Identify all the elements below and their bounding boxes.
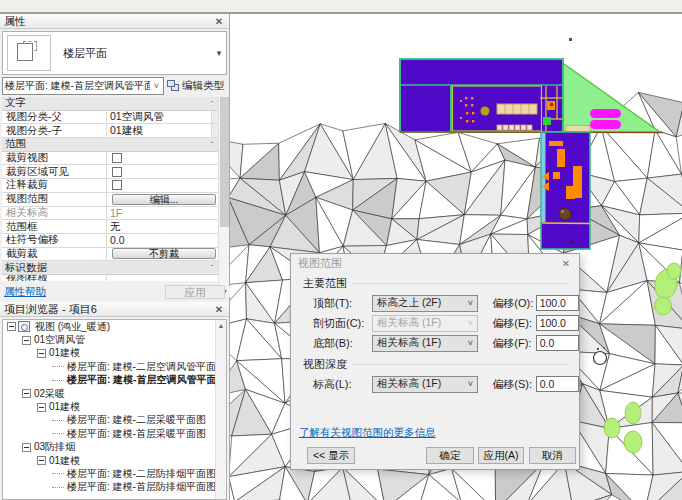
apply-button[interactable]: 应用(A) bbox=[478, 447, 524, 464]
property-row[interactable]: 相关标高1F bbox=[2, 207, 218, 221]
collapse-icon[interactable]: ˆ bbox=[206, 99, 218, 108]
property-label: 视图分类-父 bbox=[2, 111, 107, 124]
tree-guide bbox=[52, 473, 64, 474]
properties-header[interactable]: 属性 ✕ bbox=[0, 14, 229, 29]
edit-type-label: 编辑类型 bbox=[182, 79, 224, 93]
dialog-titlebar[interactable]: 视图范围 ✕ bbox=[291, 254, 579, 272]
apply-button[interactable]: 应用 bbox=[165, 285, 225, 299]
tree-item[interactable]: 楼层平面: 建模-首层防排烟平面图 bbox=[3, 481, 226, 494]
dialog-row: 底部(B):相关标高 (1F)˅偏移(F):0.0 bbox=[291, 333, 579, 353]
combo-arrow-icon: ˅ bbox=[463, 338, 477, 348]
tree-item[interactable]: 01建模 bbox=[3, 454, 226, 467]
row-label: 标高(L): bbox=[313, 377, 372, 392]
property-row[interactable]: 视图范围编辑... bbox=[2, 193, 218, 207]
tree-item[interactable]: 01空调风管 bbox=[3, 333, 226, 346]
property-grid: 文字ˆ视图分类-父01空调风管视图分类-子01建模范围ˆ裁剪视图裁剪区域可见注释… bbox=[2, 97, 218, 281]
ribbon-strip bbox=[0, 0, 682, 14]
offset-input[interactable]: 0.0 bbox=[536, 335, 579, 351]
property-value[interactable]: 不剪裁 bbox=[107, 248, 218, 261]
ok-button[interactable]: 确定 bbox=[426, 447, 474, 464]
property-label: 相关标高 bbox=[2, 207, 107, 220]
value-side-button[interactable] bbox=[211, 111, 218, 124]
checkbox[interactable] bbox=[112, 180, 122, 190]
checkbox[interactable] bbox=[112, 167, 122, 177]
properties-scrollbar[interactable]: ▼ bbox=[218, 97, 229, 297]
tree-item[interactable]: 楼层平面: 建模-二层采暖平面图 bbox=[3, 414, 226, 427]
collapse-icon[interactable]: ˆ bbox=[206, 140, 218, 149]
level-select: 相关标高 (1F)˅ bbox=[372, 315, 478, 332]
tree-item[interactable]: 楼层平面: 建模-二层防排烟平面图 bbox=[3, 467, 226, 480]
collapse-box-icon[interactable] bbox=[37, 349, 46, 358]
clip-button[interactable]: 不剪裁 bbox=[112, 248, 216, 259]
tree-item[interactable]: 02采暖 bbox=[3, 387, 226, 400]
tree-item[interactable]: 楼层平面: 建模-首层空调风管平面图 bbox=[3, 374, 226, 387]
tree-item-label: 楼层平面: 建模-二层空调风管平面图 bbox=[67, 360, 226, 374]
property-row[interactable]: 柱符号偏移0.0 bbox=[2, 234, 218, 248]
property-row[interactable]: 裁剪视图 bbox=[2, 152, 218, 166]
property-value[interactable]: 编辑... bbox=[107, 193, 218, 206]
show-button[interactable]: << 显示 bbox=[307, 447, 355, 464]
scroll-up-icon[interactable]: ▲ bbox=[216, 320, 226, 331]
collapse-box-icon[interactable] bbox=[37, 403, 46, 412]
tree-item[interactable]: 楼层平面: 建模-二层空调风管平面图 bbox=[3, 360, 226, 373]
property-value[interactable]: 01空调风管 bbox=[107, 111, 218, 124]
collapse-box-icon[interactable] bbox=[22, 443, 31, 452]
properties-help-link[interactable]: 属性帮助 bbox=[4, 285, 46, 299]
tree-item[interactable]: 01建模 bbox=[3, 400, 226, 413]
level-select[interactable]: 相关标高 (1F)˅ bbox=[372, 376, 478, 393]
view-range-dialog: 视图范围 ✕ 主要范围顶部(T):标高之上 (2F)˅偏移(O):100.0剖切… bbox=[290, 253, 580, 470]
dialog-body: 主要范围顶部(T):标高之上 (2F)˅偏移(O):100.0剖切面(C):相关… bbox=[291, 276, 579, 394]
close-icon[interactable]: ✕ bbox=[560, 258, 572, 269]
offset-input[interactable]: 100.0 bbox=[536, 295, 579, 311]
view-range-help-link[interactable]: 了解有关视图范围的更多信息 bbox=[299, 426, 436, 440]
collapse-box-icon[interactable] bbox=[37, 456, 46, 465]
property-row[interactable]: 视图样板 bbox=[2, 275, 218, 281]
group-line bbox=[353, 364, 569, 365]
level-select[interactable]: 相关标高 (1F)˅ bbox=[372, 335, 478, 352]
type-selector[interactable]: 楼层平面 ▾ bbox=[2, 31, 227, 75]
value-side-button[interactable] bbox=[211, 124, 218, 137]
combo-arrow-icon: ˅ bbox=[150, 81, 163, 91]
tree-item[interactable]: 楼层平面: 建模-首层采暖平面图 bbox=[3, 427, 226, 440]
tree-item[interactable]: 03防排烟 bbox=[3, 441, 226, 454]
tree-item-label: 视图 (鸿业_暖通) bbox=[35, 320, 110, 334]
property-row[interactable]: 裁剪区域可见 bbox=[2, 165, 218, 179]
property-row[interactable]: 视图分类-子01建模 bbox=[2, 124, 218, 138]
tree-item[interactable]: 视图 (鸿业_暖通) bbox=[3, 320, 226, 333]
offset-label: 偏移(S): bbox=[492, 377, 535, 392]
collapse-icon[interactable]: ˆ bbox=[206, 263, 218, 272]
offset-input[interactable]: 100.0 bbox=[536, 315, 579, 331]
checkbox[interactable] bbox=[112, 153, 122, 163]
property-row[interactable]: 截剪裁不剪裁 bbox=[2, 248, 218, 262]
collapse-box-icon[interactable] bbox=[22, 389, 31, 398]
instance-selector[interactable]: 楼层平面: 建模-首层空调风管平面图 ˅ bbox=[2, 77, 164, 95]
tree-item-label: 01建模 bbox=[49, 400, 80, 414]
property-label: 视图分类-子 bbox=[2, 124, 107, 137]
tree-item-label: 楼层平面: 建模-首层空调风管平面图 bbox=[67, 373, 226, 387]
cancel-button[interactable]: 取消 bbox=[529, 447, 576, 464]
type-name: 楼层平面 bbox=[63, 46, 212, 61]
tree-item[interactable]: 01建模 bbox=[3, 347, 226, 360]
chevron-down-icon[interactable]: ▾ bbox=[212, 48, 226, 58]
property-row[interactable]: 范围框无 bbox=[2, 220, 218, 234]
property-row[interactable]: 视图分类-父01空调风管 bbox=[2, 111, 218, 125]
project-browser-header[interactable]: 项目浏览器 - 项目6 ✕ bbox=[0, 302, 229, 317]
property-value[interactable] bbox=[107, 152, 218, 165]
collapse-box-icon[interactable] bbox=[7, 322, 16, 331]
property-row[interactable]: 注释裁剪 bbox=[2, 179, 218, 193]
edit-view-range-button[interactable]: 编辑... bbox=[112, 194, 216, 205]
property-value[interactable] bbox=[107, 179, 218, 192]
offset-label: 偏移(E): bbox=[492, 316, 535, 331]
row-label: 剖切面(C): bbox=[313, 316, 372, 331]
close-icon[interactable]: ✕ bbox=[213, 304, 225, 315]
tree-guide bbox=[52, 366, 64, 367]
scrollbar-thumb[interactable] bbox=[220, 97, 229, 227]
property-value[interactable]: 01建模 bbox=[107, 124, 218, 137]
offset-input[interactable]: 0.0 bbox=[536, 376, 579, 392]
level-select[interactable]: 标高之上 (2F)˅ bbox=[372, 295, 478, 312]
browser-scrollbar[interactable]: ▲ bbox=[215, 320, 226, 499]
edit-type-button[interactable]: 编辑类型 bbox=[164, 77, 227, 95]
close-icon[interactable]: ✕ bbox=[213, 16, 225, 27]
collapse-box-icon[interactable] bbox=[22, 336, 31, 345]
property-value[interactable] bbox=[107, 165, 218, 178]
